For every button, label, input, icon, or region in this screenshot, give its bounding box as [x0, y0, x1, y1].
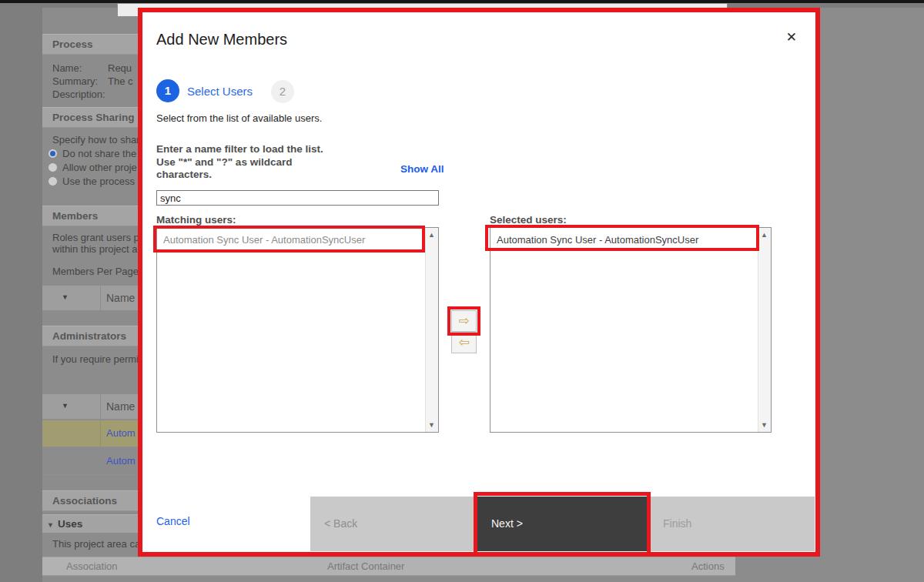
radio-option-allow-other[interactable]: Allow other proje	[48, 162, 137, 176]
column-header-artifact-container: Artifact Container	[327, 557, 404, 576]
arrow-right-icon: ⇨	[458, 313, 469, 328]
radio-label: Allow other proje	[62, 162, 137, 173]
matching-users-label: Matching users:	[156, 214, 236, 226]
left-rail	[0, 8, 42, 582]
scroll-up-icon[interactable]: ▲	[427, 229, 437, 240]
radio-label: Do not share the p	[62, 148, 145, 159]
dialog-subtitle: Select from the list of available users.	[156, 112, 322, 124]
list-item[interactable]: Automation Sync User - AutomationSyncUse…	[157, 228, 438, 246]
field-value: Requ	[108, 62, 132, 74]
scroll-down-icon[interactable]: ▼	[759, 420, 769, 430]
close-icon[interactable]: ✕	[786, 29, 797, 45]
associations-description: This project area ca	[52, 538, 140, 550]
annotation-frame-dialog: Add New Members ✕ 1 Select Users 2 Selec…	[138, 8, 820, 557]
filter-instruction-line: characters.	[156, 169, 410, 182]
step-2-indicator: 2	[271, 80, 294, 103]
caret-down-icon: ▼	[47, 521, 54, 529]
members-description-2: within this project are	[52, 243, 146, 255]
cancel-link[interactable]: Cancel	[156, 515, 190, 527]
add-new-members-dialog: Add New Members ✕ 1 Select Users 2 Selec…	[142, 12, 815, 552]
scrollbar[interactable]: ▲ ▼	[758, 228, 771, 432]
radio-button-icon[interactable]	[48, 162, 58, 172]
filter-instruction-line: Enter a name filter to load the list.	[156, 143, 410, 156]
radio-button-icon[interactable]	[48, 176, 58, 186]
scrollbar[interactable]: ▲ ▼	[425, 228, 438, 432]
radio-option-do-not-share[interactable]: Do not share the p	[48, 148, 145, 162]
dialog-title: Add New Members	[156, 31, 287, 48]
associations-table-header: Association Artifact Container Actions	[42, 557, 735, 576]
administrators-description: If you require permiss	[52, 353, 149, 365]
radio-option-use-process[interactable]: Use the process o	[48, 176, 143, 189]
move-left-button[interactable]: ⇦	[451, 332, 477, 353]
field-value: The c	[108, 75, 133, 87]
user-link[interactable]: Autom	[106, 427, 136, 439]
finish-button[interactable]: Finish	[649, 497, 815, 551]
scroll-down-icon[interactable]: ▼	[427, 420, 437, 430]
caret-down-icon[interactable]: ▼	[62, 402, 69, 410]
matching-users-listbox[interactable]: Automation Sync User - AutomationSyncUse…	[156, 227, 439, 433]
field-label: Summary:	[52, 75, 108, 88]
uses-label: Uses	[58, 518, 82, 530]
field-label: Description:	[52, 88, 108, 101]
radio-label: Use the process o	[62, 176, 143, 187]
process-fields: Name:Requ Summary:The c Description:	[52, 62, 133, 101]
filter-instruction-line: Use "*" and "?" as wildcard	[156, 156, 410, 169]
user-link[interactable]: Autom	[106, 455, 136, 467]
field-label: Name:	[52, 62, 108, 75]
selected-users-listbox[interactable]: Automation Sync User - AutomationSyncUse…	[490, 227, 772, 433]
column-header-actions: Actions	[691, 557, 725, 576]
back-button[interactable]: < Back	[310, 497, 475, 551]
step-1-indicator: 1	[156, 79, 179, 102]
next-button[interactable]: Next >	[477, 497, 647, 551]
scroll-up-icon[interactable]: ▲	[759, 229, 769, 240]
caret-down-icon[interactable]: ▼	[62, 293, 69, 301]
step-1-label: Select Users	[187, 85, 253, 98]
show-all-link[interactable]: Show All	[400, 163, 444, 175]
arrow-left-icon: ⇦	[458, 335, 469, 350]
members-description-1: Roles grant users pe	[52, 232, 145, 243]
move-right-button[interactable]: ⇨	[451, 310, 477, 332]
column-header-name: Name	[106, 400, 135, 413]
column-header-name: Name	[106, 292, 135, 304]
name-filter-input[interactable]	[156, 190, 439, 206]
selected-users-label: Selected users:	[490, 214, 567, 226]
members-per-page-label: Members Per Page:	[52, 266, 142, 277]
radio-button-selected-icon[interactable]	[48, 149, 58, 159]
filter-instructions: Enter a name filter to load the list. Us…	[156, 143, 410, 182]
list-item[interactable]: Automation Sync User - AutomationSyncUse…	[490, 228, 771, 246]
column-header-association: Association	[66, 557, 117, 576]
process-sharing-intro: Specify how to share	[52, 134, 146, 146]
